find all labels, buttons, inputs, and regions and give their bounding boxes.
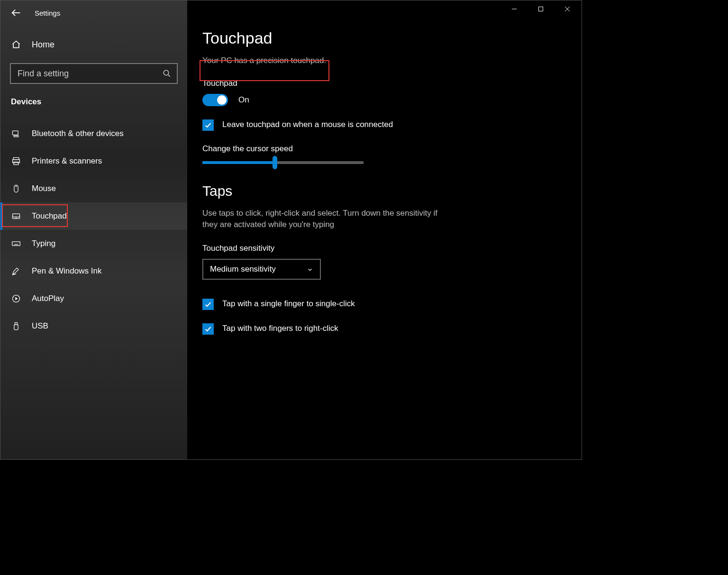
settings-sidebar: Settings Home Devices Bluetooth & other … [0, 0, 187, 459]
search-input[interactable] [10, 63, 178, 84]
sidebar-home[interactable]: Home [0, 35, 187, 55]
svg-marker-24 [15, 297, 18, 301]
pen-icon [11, 266, 21, 276]
taps-heading: Taps [202, 183, 558, 199]
touchpad-toggle[interactable] [202, 94, 228, 106]
close-button[interactable] [554, 0, 581, 18]
sidebar-item-typing[interactable]: Typing [0, 230, 187, 257]
sidebar-item-label: Mouse [32, 184, 56, 193]
touchpad-toggle-label: Touchpad [202, 79, 558, 88]
svg-rect-8 [14, 136, 18, 137]
printer-icon [11, 156, 21, 166]
tap-single-checkbox[interactable] [202, 299, 214, 310]
tap-two-checkbox[interactable] [202, 323, 214, 335]
svg-rect-17 [12, 242, 20, 246]
touchpad-icon [11, 211, 21, 221]
slider-thumb[interactable] [273, 156, 277, 169]
sidebar-item-label: Pen & Windows Ink [32, 266, 101, 276]
settings-window: Settings Home Devices Bluetooth & other … [0, 0, 582, 460]
bluetooth-devices-icon [11, 128, 21, 139]
sidebar-item-label: Printers & scanners [32, 156, 102, 166]
sensitivity-dropdown[interactable]: Medium sensitivity [202, 259, 321, 280]
home-label: Home [32, 40, 55, 50]
autoplay-icon [11, 293, 21, 304]
sidebar-item-touchpad[interactable]: Touchpad [0, 202, 187, 230]
svg-rect-11 [14, 162, 18, 165]
sidebar-group-label: Devices [0, 97, 187, 107]
sidebar-item-pen[interactable]: Pen & Windows Ink [0, 257, 187, 285]
slider-fill [202, 161, 275, 164]
sidebar-item-autoplay[interactable]: AutoPlay [0, 285, 187, 312]
search-wrap [10, 63, 178, 84]
taps-description: Use taps to click, right-click and selec… [202, 208, 454, 230]
page-title: Touchpad [202, 29, 558, 47]
usb-icon [11, 321, 21, 331]
mouse-icon [11, 183, 21, 194]
sidebar-item-bluetooth[interactable]: Bluetooth & other devices [0, 120, 187, 147]
sidebar-item-label: Touchpad [32, 211, 67, 221]
home-icon [11, 39, 21, 50]
back-button[interactable] [11, 8, 21, 18]
sidebar-item-label: USB [32, 321, 48, 331]
svg-rect-9 [13, 158, 19, 160]
sidebar-item-printers[interactable]: Printers & scanners [0, 147, 187, 175]
cursor-speed-label: Change the cursor speed [202, 144, 558, 154]
sidebar-item-label: Bluetooth & other devices [32, 129, 124, 138]
sensitivity-label: Touchpad sensitivity [202, 244, 558, 253]
svg-rect-7 [13, 131, 18, 135]
tap-two-label: Tap with two fingers to right-click [222, 323, 338, 334]
leave-on-label: Leave touchpad on when a mouse is connec… [222, 119, 393, 130]
keyboard-icon [11, 238, 21, 249]
leave-on-checkbox[interactable] [202, 119, 214, 131]
toggle-state-text: On [238, 95, 249, 105]
precision-text: Your PC has a precision touchpad. [202, 56, 558, 65]
cursor-speed-slider[interactable] [202, 161, 364, 164]
maximize-button[interactable] [528, 0, 554, 18]
window-controls [501, 0, 581, 18]
svg-rect-1 [539, 7, 543, 11]
sensitivity-value: Medium sensitivity [210, 265, 276, 274]
sidebar-item-usb[interactable]: USB [0, 312, 187, 340]
sidebar-item-label: Typing [32, 239, 55, 248]
svg-rect-26 [14, 325, 18, 330]
sidebar-item-mouse[interactable]: Mouse [0, 175, 187, 202]
minimize-button[interactable] [501, 0, 528, 18]
sidebar-item-label: AutoPlay [32, 294, 64, 303]
window-title: Settings [35, 9, 60, 17]
chevron-down-icon [307, 266, 313, 273]
tap-single-label: Tap with a single finger to single-click [222, 299, 355, 309]
main-panel: Touchpad Your PC has a precision touchpa… [187, 0, 582, 459]
